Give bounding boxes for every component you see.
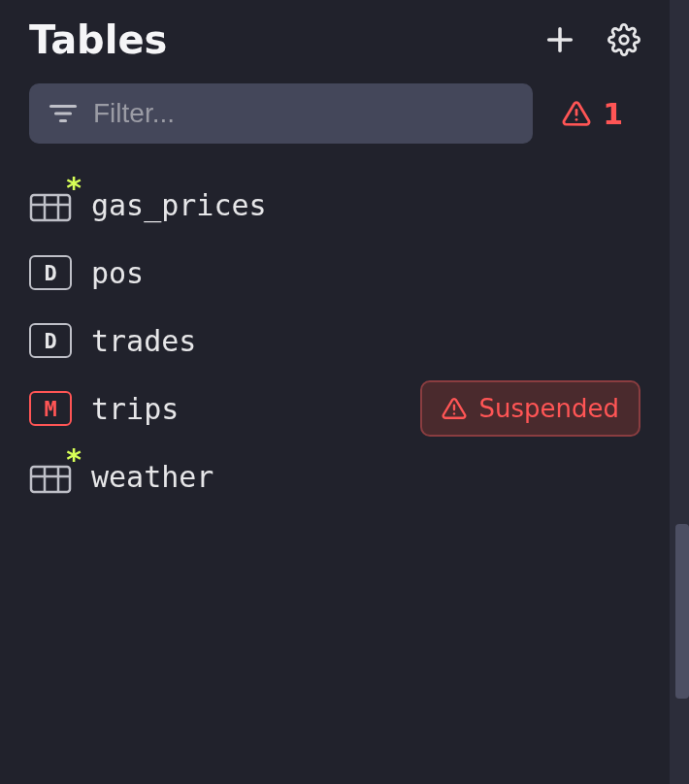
materialized-view-icon: *	[29, 459, 72, 494]
svg-point-2	[620, 36, 629, 45]
table-type-m-icon: M	[29, 391, 72, 426]
table-list: * gas_prices D pos D trades M trips Susp…	[29, 171, 640, 510]
panel-header: Tables	[29, 17, 640, 62]
tables-panel: Tables 1 * gas_prices	[0, 0, 670, 784]
svg-rect-8	[31, 195, 70, 220]
suspended-badge[interactable]: Suspended	[420, 380, 640, 437]
table-name: weather	[91, 460, 640, 494]
svg-rect-14	[31, 467, 70, 492]
warning-triangle-icon	[562, 99, 591, 128]
table-item-weather[interactable]: * weather	[29, 442, 640, 510]
materialized-view-icon: *	[29, 187, 72, 222]
table-name: trades	[91, 324, 640, 358]
add-button[interactable]	[543, 23, 576, 56]
warning-count: 1	[603, 97, 623, 131]
warning-count-badge[interactable]: 1	[562, 97, 640, 131]
plus-icon	[543, 23, 576, 56]
table-item-trades[interactable]: D trades	[29, 307, 640, 375]
warning-triangle-icon	[442, 396, 467, 421]
filter-input-wrap[interactable]	[29, 83, 533, 144]
scrollbar-track[interactable]	[670, 0, 689, 784]
table-item-pos[interactable]: D pos	[29, 239, 640, 307]
table-item-trips[interactable]: M trips Suspended	[29, 375, 640, 442]
panel-title: Tables	[29, 17, 167, 62]
gear-icon	[607, 23, 640, 56]
asterisk-icon: *	[66, 445, 82, 474]
filter-icon	[49, 102, 78, 125]
scrollbar-thumb[interactable]	[675, 524, 689, 699]
status-label: Suspended	[478, 394, 619, 423]
filter-input[interactable]	[93, 98, 513, 129]
filter-row: 1	[29, 83, 640, 144]
settings-button[interactable]	[607, 23, 640, 56]
table-name: gas_prices	[91, 188, 640, 222]
table-type-d-icon: D	[29, 323, 72, 358]
table-item-gas-prices[interactable]: * gas_prices	[29, 171, 640, 239]
header-actions	[543, 23, 640, 56]
asterisk-icon: *	[66, 174, 82, 203]
table-name: trips	[91, 392, 420, 426]
table-name: pos	[91, 256, 640, 290]
table-type-d-icon: D	[29, 255, 72, 290]
